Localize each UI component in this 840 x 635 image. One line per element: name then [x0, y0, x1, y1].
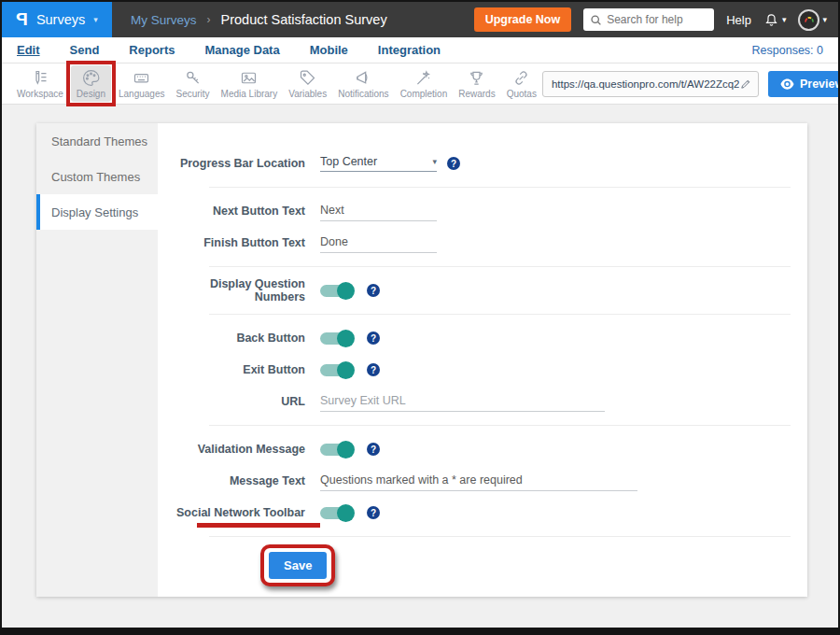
message-text-input[interactable]: [320, 472, 637, 491]
page-title: Product Satisfaction Survey: [221, 12, 387, 27]
social-network-toolbar-row: Social Network Toolbar ?: [158, 497, 791, 529]
save-button[interactable]: Save: [269, 552, 327, 579]
exit-url-input[interactable]: [320, 392, 605, 412]
edit-url-button[interactable]: [739, 78, 752, 91]
field-label: Social Network Toolbar: [158, 506, 305, 519]
exit-url-row: URL: [158, 386, 791, 417]
nav-tab-integration[interactable]: Integration: [378, 43, 441, 57]
sidebar-item-display-settings[interactable]: Display Settings: [36, 194, 158, 230]
back-button-row: Back Button ?: [158, 322, 791, 354]
exit-button-row: Exit Button ?: [158, 354, 791, 386]
themes-sidebar: Standard Themes Custom Themes Display Se…: [36, 123, 158, 597]
help-link[interactable]: Help: [726, 13, 751, 27]
breadcrumb: My Surveys › Product Satisfaction Survey: [131, 12, 387, 27]
field-label: Progress Bar Location: [158, 157, 305, 170]
help-search-box[interactable]: [583, 8, 714, 31]
next-button-text-input[interactable]: [320, 202, 437, 221]
toolbar-label: Rewards: [458, 89, 495, 99]
nav-tab-reports[interactable]: Reports: [129, 43, 175, 57]
nav-tab-edit[interactable]: Edit: [17, 43, 40, 57]
preview-button[interactable]: Preview: [768, 71, 840, 97]
image-icon: [239, 68, 259, 88]
toolbar-item-security[interactable]: Security: [170, 65, 215, 102]
nav-tab-mobile[interactable]: Mobile: [310, 43, 348, 57]
field-label-text: Social Network Toolbar: [176, 506, 305, 519]
key-icon: [183, 68, 203, 88]
search-input[interactable]: [607, 13, 705, 26]
divider: [209, 187, 791, 188]
progress-bar-location-select[interactable]: Top Center ▾: [320, 155, 437, 172]
responses-count[interactable]: Responses: 0: [752, 44, 823, 57]
display-question-numbers-toggle[interactable]: [320, 285, 352, 297]
validation-message-toggle[interactable]: [320, 444, 352, 456]
design-annotation-wrap: Design: [71, 65, 111, 102]
toolbar-label: Completion: [400, 89, 448, 99]
notifications-menu[interactable]: ▾: [763, 12, 787, 28]
eye-icon: [780, 78, 794, 90]
selected-value: Top Center: [320, 155, 377, 168]
help-icon[interactable]: ?: [367, 363, 380, 376]
finish-button-text-row: Finish Button Text: [158, 227, 791, 259]
progress-bar-location-row: Progress Bar Location Top Center ▾ ?: [158, 148, 791, 179]
save-row: Save: [158, 544, 791, 586]
chevron-down-icon: ▾: [93, 16, 98, 24]
sidebar-item-standard-themes[interactable]: Standard Themes: [36, 123, 158, 159]
toolbar-label: Languages: [119, 89, 165, 99]
top-header: P Surveys ▾ My Surveys › Product Satisfa…: [2, 2, 838, 37]
nav-tab-send[interactable]: Send: [70, 43, 100, 57]
help-icon[interactable]: ?: [367, 506, 380, 519]
design-toolbar: Workspace Design Languages Security Medi…: [2, 64, 838, 105]
help-icon[interactable]: ?: [367, 284, 380, 297]
next-button-text-row: Next Button Text: [158, 195, 791, 227]
upgrade-now-button[interactable]: Upgrade Now: [474, 7, 572, 32]
trophy-icon: [467, 68, 486, 88]
field-label: Next Button Text: [158, 205, 305, 218]
survey-nav: Edit Send Reports Manage Data Mobile Int…: [2, 37, 838, 64]
exit-button-toggle[interactable]: [320, 364, 352, 376]
help-icon[interactable]: ?: [367, 443, 380, 456]
gauge-icon: [803, 13, 816, 26]
annotation-red-underline: [197, 523, 320, 528]
help-icon[interactable]: ?: [367, 332, 380, 345]
toolbar-item-variables[interactable]: Variables: [283, 65, 332, 102]
nav-tab-manage-data[interactable]: Manage Data: [204, 43, 279, 57]
survey-url-box: [542, 71, 759, 97]
preview-label: Preview: [800, 78, 840, 91]
toolbar-label: Design: [77, 89, 105, 99]
back-button-toggle[interactable]: [320, 332, 352, 345]
sidebar-item-custom-themes[interactable]: Custom Themes: [36, 159, 158, 194]
field-label: Exit Button: [158, 363, 305, 376]
toolbar-item-quotas[interactable]: Quotas: [501, 65, 542, 102]
toolbar-item-media-library[interactable]: Media Library: [216, 65, 284, 102]
survey-url-input[interactable]: [552, 78, 739, 90]
toolbar-label: Media Library: [221, 89, 278, 99]
toolbar-label: Notifications: [338, 89, 388, 99]
finish-button-text-input[interactable]: [320, 233, 437, 253]
breadcrumb-my-surveys[interactable]: My Surveys: [131, 13, 197, 27]
surveys-app-menu[interactable]: P Surveys ▾: [2, 2, 112, 37]
divider: [209, 314, 791, 315]
validation-message-row: Validation Message ?: [158, 433, 791, 465]
toolbar-item-languages[interactable]: Languages: [113, 65, 171, 102]
toolbar-item-workspace[interactable]: Workspace: [11, 65, 69, 102]
social-network-toolbar-toggle[interactable]: [320, 507, 352, 519]
message-text-row: Message Text: [158, 465, 791, 497]
help-icon[interactable]: ?: [447, 157, 460, 170]
megaphone-icon: [354, 68, 373, 88]
wand-icon: [413, 68, 433, 88]
toolbar-item-design[interactable]: Design: [71, 65, 111, 102]
chevron-down-icon: ▾: [822, 16, 827, 24]
display-question-numbers-row: Display Question Numbers ?: [158, 275, 791, 306]
workspace-icon: [30, 68, 49, 88]
divider: [209, 425, 791, 426]
account-menu[interactable]: ▾: [798, 9, 827, 31]
tag-icon: [298, 68, 317, 88]
toolbar-item-rewards[interactable]: Rewards: [453, 65, 500, 102]
palette-icon: [81, 68, 101, 88]
divider: [209, 266, 791, 267]
toolbar-item-completion[interactable]: Completion: [395, 65, 454, 102]
toolbar-item-notifications[interactable]: Notifications: [332, 65, 394, 102]
chevron-down-icon: ▾: [432, 158, 437, 166]
chevron-down-icon: ▾: [782, 16, 787, 24]
display-settings-panel: Standard Themes Custom Themes Display Se…: [36, 123, 807, 597]
